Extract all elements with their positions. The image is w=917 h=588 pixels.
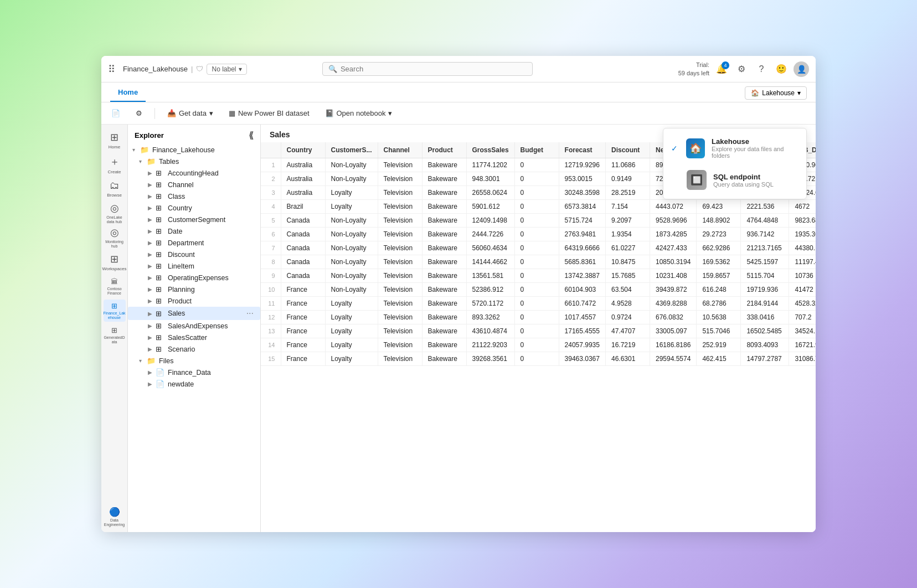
sidebar-item-home[interactable]: ⊞ Home xyxy=(104,129,126,151)
browse-icon: 🗂 xyxy=(110,180,120,192)
col-header-customers: CustomerS... xyxy=(325,142,378,158)
settings-button[interactable]: ⚙ xyxy=(734,61,749,77)
cell-value: 252.919 xyxy=(697,338,741,352)
cell-value: Non-Loyalty xyxy=(325,214,378,228)
table-row: 10FranceNon-LoyaltyTelevisionBakeware523… xyxy=(261,283,816,297)
new-dataset-button[interactable]: ▦ New Power BI dataset xyxy=(225,107,313,120)
tree-file-finance_data[interactable]: ▶ 📄 Finance_Data xyxy=(128,367,260,378)
tree-root[interactable]: ▾ 📁 Finance_Lakehouse xyxy=(128,144,260,156)
no-label-button[interactable]: No label ▾ xyxy=(207,64,246,75)
emoji-button[interactable]: 🙂 xyxy=(774,61,789,77)
data-engineering-icon: 🔵 xyxy=(109,507,120,517)
sidebar-item-onelake[interactable]: ◎ OneLakedata hub xyxy=(104,202,126,224)
tree-arrow-item: ▶ xyxy=(148,251,156,257)
sidebar-item-data-engineering[interactable]: 🔵 DataEngineering xyxy=(104,506,126,528)
tree-table-scenario[interactable]: ▶ ⊞ Scenario xyxy=(128,343,260,355)
top-bar-right: Trial: 59 days left 🔔 4 ⚙ ? 🙂 👤 xyxy=(678,61,809,77)
tree-table-department[interactable]: ▶ ⊞ Department xyxy=(128,237,260,249)
tree-tables[interactable]: ▾ 📁 Tables xyxy=(128,156,260,167)
get-data-icon: 📥 xyxy=(167,109,176,117)
table-row: 8CanadaNon-LoyaltyTelevisionBakeware1414… xyxy=(261,255,816,269)
tree-table-operatingexpenses[interactable]: ▶ ⊞ OperatingExpenses xyxy=(128,272,260,283)
notification-button[interactable]: 🔔 4 xyxy=(714,61,729,77)
table-icon: ⊞ xyxy=(156,192,166,200)
chevron-down-icon: ▾ xyxy=(239,65,242,73)
open-notebook-button[interactable]: 📓 Open notebook ▾ xyxy=(322,107,396,120)
cell-value: 1.9354 xyxy=(605,228,650,241)
new-item-button[interactable]: 📄 xyxy=(108,107,123,120)
search-input[interactable] xyxy=(341,65,527,73)
row-number: 6 xyxy=(261,228,281,241)
sidebar-item-monitoring[interactable]: ◎ Monitoringhub xyxy=(104,226,126,249)
sidebar-item-generated[interactable]: ⊞ GeneratedData xyxy=(104,324,126,346)
sidebar-item-create[interactable]: ＋ Create xyxy=(104,153,126,176)
tree-table-class[interactable]: ▶ ⊞ Class xyxy=(128,190,260,202)
cell-value: 169.5362 xyxy=(697,255,741,269)
cell-value: 4764.4848 xyxy=(741,214,789,228)
cell-value: Canada xyxy=(281,214,325,228)
row-number-header xyxy=(261,142,281,158)
sql-dropdown-icon: 🔲 xyxy=(687,170,707,190)
cell-value: 0 xyxy=(514,338,559,352)
cell-value: 948.3001 xyxy=(466,172,514,186)
cell-value: Television xyxy=(378,352,422,366)
dropdown-item-lakehouse[interactable]: ✓ 🏠 Lakehouse Explore your data files an… xyxy=(663,132,806,164)
tree-table-country[interactable]: ▶ ⊞ Country xyxy=(128,202,260,214)
cell-value: Bakeware xyxy=(422,352,466,366)
cell-value: Non-Loyalty xyxy=(325,228,378,241)
breadcrumb-sep: | xyxy=(191,65,193,73)
help-button[interactable]: ? xyxy=(754,61,769,77)
lakehouse-option-sub: Explore your data files and folders xyxy=(712,146,798,159)
finance-lakehouse-icon: ⊞ xyxy=(111,302,117,310)
tree-table-accountinghead[interactable]: ▶ ⊞ AccountingHead xyxy=(128,167,260,179)
col-header-budget: Budget xyxy=(514,142,559,158)
sidebar-item-browse[interactable]: 🗂 Browse xyxy=(104,178,126,200)
cell-value: 15.7685 xyxy=(605,269,650,283)
tree-table-channel[interactable]: ▶ ⊞ Channel xyxy=(128,179,260,190)
tree-files[interactable]: ▾ 📁 Files xyxy=(128,355,260,367)
avatar[interactable]: 👤 xyxy=(794,61,809,77)
dropdown-item-sql[interactable]: 🔲 SQL endpoint Query data using SQL xyxy=(663,164,806,195)
lakehouse-dropdown-button[interactable]: 🏠 Lakehouse ▾ xyxy=(745,86,807,100)
table-row: 6CanadaNon-LoyaltyTelevisionBakeware2444… xyxy=(261,228,816,241)
table-row: 15FranceLoyaltyTelevisionBakeware39268.3… xyxy=(261,352,816,366)
col-header-country: Country xyxy=(281,142,325,158)
cell-value: Bakeware xyxy=(422,172,466,186)
sidebar-item-contoso[interactable]: 🏛 ContosoFinance xyxy=(104,275,126,297)
cell-value: 5901.612 xyxy=(466,200,514,214)
tree-item-label: Department xyxy=(168,239,256,247)
cell-value: 60104.903 xyxy=(559,283,605,297)
cell-value: 936.7142 xyxy=(741,228,789,241)
cell-value: 39439.872 xyxy=(650,283,696,297)
cell-value: 662.9286 xyxy=(697,241,741,255)
apps-icon[interactable]: ⠿ xyxy=(108,63,115,75)
tree-table-salesandexpenses[interactable]: ▶ ⊞ SalesAndExpenses xyxy=(128,320,260,332)
cell-value: 10.5638 xyxy=(697,311,741,324)
settings-toolbar-button[interactable]: ⚙ xyxy=(132,107,146,120)
cell-value: Television xyxy=(378,200,422,214)
more-icon[interactable]: ··· xyxy=(244,308,256,318)
cell-value: 5685.8361 xyxy=(559,255,605,269)
tree-table-planning[interactable]: ▶ ⊞ Planning xyxy=(128,283,260,295)
sql-option-sub: Query data using SQL xyxy=(713,181,774,188)
sidebar-item-finance-lakehouse[interactable]: ⊞ Finance_Lakehouse xyxy=(104,300,126,322)
tree-table-discount[interactable]: ▶ ⊞ Discount xyxy=(128,249,260,260)
collapse-icon[interactable]: ⟪ xyxy=(249,130,254,141)
tree-table-date[interactable]: ▶ ⊞ Date xyxy=(128,225,260,237)
tree-table-sales[interactable]: ▶ ⊞ Sales ··· xyxy=(128,307,260,320)
tab-home[interactable]: Home xyxy=(110,84,146,102)
tree-table-lineitem[interactable]: ▶ ⊞ LineItem xyxy=(128,260,260,272)
tree-file-newdate[interactable]: ▶ 📄 newdate xyxy=(128,378,260,390)
tree-table-product[interactable]: ▶ ⊞ Product xyxy=(128,295,260,307)
sidebar-item-workspaces[interactable]: ⊞ Workspaces xyxy=(104,251,126,273)
cell-value: 462.415 xyxy=(697,352,741,366)
tree-table-salesscatter[interactable]: ▶ ⊞ SalesScatter xyxy=(128,332,260,343)
cell-value: Television xyxy=(378,241,422,255)
cell-value: 9.2097 xyxy=(605,214,650,228)
table-icon: ⊞ xyxy=(156,345,166,353)
search-box[interactable]: 🔍 xyxy=(322,62,533,76)
tree-table-customersegment[interactable]: ▶ ⊞ CustomerSegment xyxy=(128,214,260,225)
get-data-button[interactable]: 📥 Get data ▾ xyxy=(164,107,217,120)
data-table-wrap[interactable]: CountryCustomerS...ChannelProductGrossSa… xyxy=(261,142,816,532)
tree-item-label: Scenario xyxy=(168,345,256,353)
